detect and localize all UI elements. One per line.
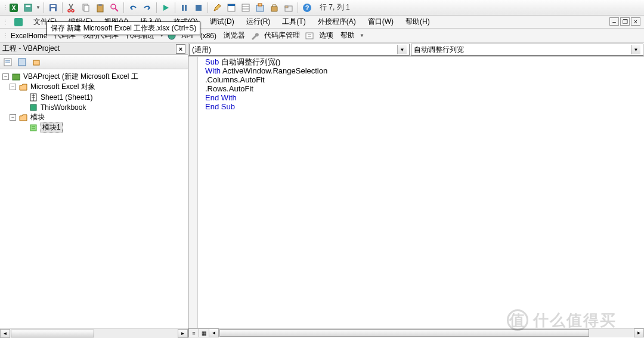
scroll-thumb[interactable]	[219, 329, 589, 337]
view-dropdown-icon[interactable]	[21, 1, 35, 14]
options-button[interactable]: 选项	[317, 30, 336, 41]
code-header: (通用) ▼ 自动调整行列宽 ▼	[188, 43, 644, 56]
scroll-right-icon[interactable]: ►	[178, 329, 188, 338]
mdi-restore-icon[interactable]: ❐	[620, 17, 630, 26]
find-icon[interactable]	[108, 1, 121, 14]
collapse-icon[interactable]: −	[10, 114, 16, 121]
toggle-folders-icon[interactable]	[30, 56, 43, 69]
undo-icon[interactable]	[126, 1, 140, 14]
tree-module1-label: 模块1	[41, 122, 63, 133]
project-panel-title: 工程 - VBAProject	[2, 44, 60, 54]
menu-run[interactable]: 运行(R)	[244, 16, 273, 28]
dropdown-arrow-icon[interactable]: ▼	[36, 5, 41, 10]
toolbar-grip[interactable]: ⋮	[2, 4, 6, 11]
design-mode-icon[interactable]	[210, 1, 224, 14]
collapse-icon[interactable]: −	[2, 73, 9, 80]
svg-rect-16	[196, 5, 202, 11]
tree-sheet1[interactable]: Sheet1 (Sheet1)	[2, 92, 185, 102]
svg-rect-2	[24, 4, 32, 11]
menubar-grip[interactable]: ⋮	[2, 19, 6, 25]
svg-rect-23	[258, 4, 262, 6]
workbook-icon	[29, 103, 38, 112]
mdi-close-icon[interactable]: ×	[631, 17, 640, 26]
redo-icon[interactable]	[141, 1, 154, 14]
svg-rect-38	[13, 74, 20, 80]
tree-excel-objects[interactable]: − Microsoft Excel 对象	[2, 82, 185, 92]
code-text[interactable]: Sub 自动调整行列宽() With ActiveWindow.RangeSel…	[188, 57, 644, 113]
help2-button[interactable]: 帮助	[338, 30, 357, 41]
combo-dropdown-icon[interactable]: ▼	[631, 45, 640, 54]
tree-root[interactable]: − VBAProject (新建 Microsoft Excel 工	[2, 72, 185, 82]
procedure-combo[interactable]: 自动调整行列宽 ▼	[411, 44, 643, 56]
svg-rect-18	[228, 4, 235, 6]
mdi-minimize-icon[interactable]: –	[609, 17, 619, 26]
module-icon	[29, 124, 38, 132]
toolbox-icon[interactable]	[268, 1, 281, 14]
tree-thisworkbook-label: ThisWorkbook	[41, 103, 86, 112]
excelhome-button[interactable]: ExcelHome	[8, 32, 49, 40]
object-combo[interactable]: (通用) ▼	[189, 44, 410, 56]
menu-help[interactable]: 帮助(H)	[403, 16, 432, 28]
mdi-window-controls: – ❐ ×	[609, 17, 640, 26]
codemgr-button[interactable]: 代码库管理	[262, 30, 302, 41]
menu-addins[interactable]: 外接程序(A)	[315, 16, 358, 28]
svg-rect-19	[242, 4, 249, 11]
scroll-right-icon[interactable]: ►	[634, 328, 644, 337]
help2-dropdown-icon[interactable]: ▼	[360, 33, 365, 38]
browser-button[interactable]: 浏览器	[221, 30, 247, 41]
project-icon	[11, 73, 21, 81]
tab-icon[interactable]	[282, 1, 295, 14]
project-explorer-icon[interactable]	[225, 1, 238, 14]
pause-icon[interactable]	[178, 1, 191, 14]
view-object-icon[interactable]	[16, 56, 29, 69]
tree-modules[interactable]: − 模块	[2, 112, 185, 122]
stop-icon[interactable]	[192, 1, 205, 14]
object-browser-icon[interactable]	[253, 1, 267, 14]
svg-point-8	[72, 10, 74, 12]
options-icon[interactable]	[305, 31, 314, 41]
svg-point-7	[68, 10, 70, 12]
help-icon[interactable]: ?	[301, 1, 314, 14]
scroll-left-icon[interactable]: ◄	[0, 329, 10, 338]
code-editor[interactable]: Sub 自动调整行列宽() With ActiveWindow.RangeSel…	[188, 56, 644, 328]
excel-icon[interactable]: X	[7, 1, 20, 14]
wrench-icon[interactable]	[250, 31, 259, 41]
main-area: 工程 - VBAProject × − VBAProject (新建 Micro…	[0, 43, 644, 338]
tree-sheet1-label: Sheet1 (Sheet1)	[41, 93, 92, 102]
svg-rect-37	[33, 60, 39, 65]
svg-rect-14	[182, 5, 184, 11]
code-panel: (通用) ▼ 自动调整行列宽 ▼ Sub 自动调整行列宽() With Acti…	[188, 43, 644, 338]
run-icon[interactable]	[159, 1, 172, 14]
cut-icon[interactable]	[65, 1, 78, 14]
app-icon[interactable]	[13, 17, 24, 27]
svg-rect-25	[285, 6, 288, 8]
svg-text:X: X	[12, 5, 16, 11]
menu-window[interactable]: 窗口(W)	[366, 16, 396, 28]
svg-rect-44	[30, 125, 36, 131]
procedure-combo-value: 自动调整行列宽	[414, 45, 464, 55]
combo-dropdown-icon[interactable]: ▼	[397, 45, 407, 54]
view-code-icon[interactable]	[1, 56, 14, 69]
svg-point-13	[111, 4, 116, 9]
code-hscroll-track[interactable]	[219, 328, 634, 337]
svg-rect-30	[306, 33, 313, 39]
project-hscrollbar[interactable]: ◄ ►	[0, 328, 188, 338]
tree-thisworkbook[interactable]: ThisWorkbook	[2, 102, 185, 112]
project-tree[interactable]: − VBAProject (新建 Microsoft Excel 工 − Mic…	[0, 69, 188, 328]
copy-icon[interactable]	[79, 1, 92, 14]
procedure-view-icon[interactable]: ≡	[188, 328, 199, 337]
paste-icon[interactable]	[94, 1, 107, 14]
toolbar2-grip[interactable]: ⋮	[2, 32, 6, 39]
scroll-track[interactable]	[10, 329, 178, 338]
menu-tools[interactable]: 工具(T)	[280, 16, 308, 28]
svg-rect-15	[185, 5, 187, 11]
menu-debug[interactable]: 调试(D)	[208, 16, 237, 28]
panel-close-icon[interactable]: ×	[176, 44, 185, 54]
tree-module1[interactable]: 模块1	[2, 122, 185, 133]
save-icon[interactable]	[47, 1, 60, 14]
properties-icon[interactable]	[239, 1, 252, 14]
collapse-icon[interactable]: −	[10, 84, 16, 90]
scroll-thumb[interactable]	[11, 330, 94, 337]
full-module-view-icon[interactable]: ▦	[199, 328, 209, 337]
scroll-left-icon[interactable]: ◄	[209, 328, 219, 337]
